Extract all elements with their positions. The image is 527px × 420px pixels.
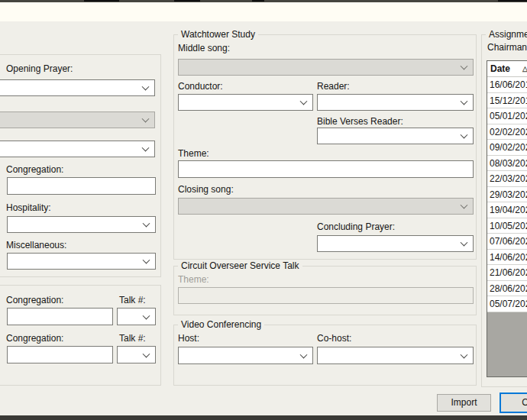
clipped-window-bottom-strip: [0, 415, 527, 420]
cohost-label: Co-host:: [317, 333, 351, 344]
opening-prayer-combobox[interactable]: [0, 79, 155, 96]
away-talks-group-box: Congregation: Talk #: Congregation: Talk…: [0, 285, 161, 386]
chevron-down-icon: [142, 83, 150, 91]
chevron-down-icon: [300, 98, 308, 105]
concluding-prayer-label: Concluding Prayer:: [317, 221, 395, 232]
clipped-text-fragment: [84, 0, 119, 2]
clipped-text-fragment: [252, 0, 264, 2]
table-row[interactable]: 07/06/202: [487, 234, 527, 250]
date-header-label: Date: [490, 63, 510, 74]
talk-number-label: Talk #:: [119, 333, 146, 344]
conductor-label: Conductor:: [178, 81, 223, 92]
chevron-down-icon: [142, 115, 150, 123]
congregation-input[interactable]: [7, 346, 113, 363]
ok-button[interactable]: OK: [500, 393, 527, 413]
table-row[interactable]: 19/04/202: [487, 202, 527, 218]
video-conferencing-title: Video Conferencing: [178, 319, 264, 330]
table-row[interactable]: 29/03/202: [487, 187, 527, 203]
clipped-text-fragment: [498, 0, 527, 2]
theme-input[interactable]: [178, 160, 474, 178]
table-row[interactable]: 09/02/202: [487, 140, 527, 156]
co-theme-label: Theme:: [178, 274, 209, 285]
table-row[interactable]: 22/03/202: [487, 171, 527, 187]
middle-song-combobox: [178, 59, 474, 76]
circuit-overseer-group-box: Circuit Overseer Service Talk Theme:: [173, 266, 477, 315]
bible-verses-reader-label: Bible Verses Reader:: [317, 116, 403, 127]
chevron-down-icon: [461, 239, 468, 247]
table-row[interactable]: 08/03/202: [487, 156, 527, 172]
chevron-down-icon: [461, 63, 468, 70]
table-row[interactable]: 05/01/202: [487, 108, 527, 124]
circuit-overseer-title: Circuit Overseer Service Talk: [178, 260, 302, 271]
disabled-combobox: [0, 111, 155, 128]
miscellaneous-combobox[interactable]: [7, 253, 156, 270]
chevron-down-icon: [461, 351, 468, 358]
talk-number-combobox[interactable]: [117, 308, 156, 325]
window-background-band: [0, 2, 527, 21]
theme-label: Theme:: [178, 148, 209, 159]
conductor-combobox[interactable]: [178, 94, 313, 111]
reader-label: Reader:: [317, 81, 350, 92]
table-row[interactable]: 21/06/202: [487, 265, 527, 281]
table-row[interactable]: 15/12/201: [487, 93, 527, 109]
chevron-down-icon: [142, 144, 150, 152]
left-group-box: Opening Prayer: Congregation: Hospitalit…: [0, 54, 161, 277]
closing-song-combobox: [178, 198, 474, 215]
hospitality-combobox[interactable]: [7, 216, 156, 233]
closing-song-label: Closing song:: [178, 184, 234, 195]
assignment-group-box: Assignment Chairman: Date △ 16/06/201 15…: [481, 34, 527, 387]
date-column-header[interactable]: Date △: [487, 61, 527, 77]
video-conferencing-group-box: Video Conferencing Host: Co-host:: [173, 325, 477, 386]
bible-verses-reader-combobox[interactable]: [317, 128, 474, 144]
co-theme-input: [178, 287, 474, 304]
opening-prayer-label: Opening Prayer:: [6, 63, 73, 74]
table-row[interactable]: 28/06/202: [487, 281, 527, 297]
table-row[interactable]: 02/02/202: [487, 124, 527, 141]
table-row[interactable]: 14/06/202: [487, 250, 527, 266]
congregation-label: Congregation:: [6, 164, 63, 175]
congregation-label: Congregation:: [6, 333, 63, 344]
congregation-input[interactable]: [7, 308, 113, 325]
watchtower-study-group-box: Watchtower Study Middle song: Conductor:…: [173, 34, 477, 260]
chevron-down-icon: [300, 351, 308, 358]
assignments-date-grid[interactable]: Date △ 16/06/201 15/12/201 05/01/202 02/…: [487, 60, 527, 377]
speaker-combobox[interactable]: [0, 141, 155, 157]
concluding-prayer-combobox[interactable]: [317, 235, 474, 252]
sort-ascending-icon: △: [522, 61, 527, 77]
cohost-combobox[interactable]: [317, 347, 474, 364]
chevron-down-icon: [143, 220, 150, 228]
congregation-label: Congregation:: [6, 295, 63, 305]
table-row[interactable]: 10/05/202: [487, 218, 527, 234]
host-label: Host:: [178, 333, 199, 344]
miscellaneous-label: Miscellaneous:: [6, 240, 66, 250]
chevron-down-icon: [143, 312, 150, 319]
hospitality-label: Hospitality:: [6, 202, 51, 213]
chevron-down-icon: [461, 202, 468, 209]
chevron-down-icon: [461, 98, 468, 105]
chevron-down-icon: [143, 350, 150, 357]
reader-combobox[interactable]: [317, 94, 474, 111]
chevron-down-icon: [461, 131, 468, 139]
congregation-input[interactable]: [7, 177, 156, 195]
table-row[interactable]: 05/07/202: [487, 296, 527, 312]
clipped-text-fragment: [174, 0, 200, 2]
watchtower-study-title: Watchtower Study: [178, 29, 258, 40]
talk-number-combobox[interactable]: [117, 346, 156, 363]
host-combobox[interactable]: [178, 347, 313, 364]
middle-song-label: Middle song:: [178, 43, 230, 53]
chairman-label: Chairman:: [487, 42, 527, 53]
import-button[interactable]: Import: [437, 394, 491, 412]
assignment-title: Assignment: [486, 29, 527, 40]
chevron-down-icon: [143, 257, 150, 264]
table-row[interactable]: 16/06/201: [487, 77, 527, 93]
talk-number-label: Talk #:: [119, 295, 146, 305]
